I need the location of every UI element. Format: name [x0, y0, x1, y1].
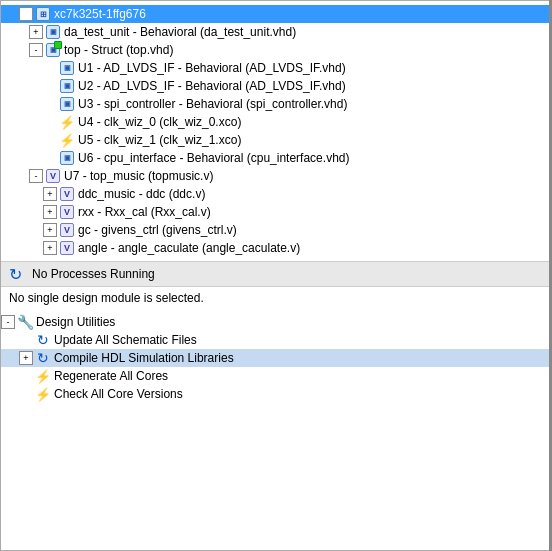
u1-label: U1 - AD_LVDS_IF - Behavioral (AD_LVDS_IF… — [78, 61, 346, 75]
u4-label: U4 - clk_wiz_0 (clk_wiz_0.xco) — [78, 115, 241, 129]
chip-green-icon: ▣ — [45, 42, 61, 58]
tree-item-root[interactable]: - ⊞ xc7k325t-1ffg676 — [1, 5, 551, 23]
v-icon-u7: V — [45, 168, 61, 184]
tree-item-gc[interactable]: + V gc - givens_ctrl (givens_ctrl.v) — [1, 221, 551, 239]
v-icon-rxx: V — [59, 204, 75, 220]
tree-item-da-test-unit[interactable]: + ▣ da_test_unit - Behavioral (da_test_u… — [1, 23, 551, 41]
tree-item-rxx[interactable]: + V rxx - Rxx_cal (Rxx_cal.v) — [1, 203, 551, 221]
tree-item-u1[interactable]: ▣ U1 - AD_LVDS_IF - Behavioral (AD_LVDS_… — [1, 59, 551, 77]
compile-hdl-label: Compile HDL Simulation Libraries — [54, 351, 234, 365]
main-panel: - ⊞ xc7k325t-1ffg676 + ▣ da_test_unit - … — [0, 0, 552, 551]
regenerate-cores-label: Regenerate All Cores — [54, 369, 168, 383]
star-icon-check: ⚡ — [35, 386, 51, 402]
expand-angle[interactable]: + — [43, 241, 57, 255]
chip-icon-u3: ▣ — [59, 96, 75, 112]
status-section: ↻ No Processes Running — [1, 261, 551, 287]
rxx-label: rxx - Rxx_cal (Rxx_cal.v) — [78, 205, 211, 219]
tree-item-top[interactable]: - ▣ top - Struct (top.vhd) — [1, 41, 551, 59]
v-icon-gc: V — [59, 222, 75, 238]
tree-item-u4[interactable]: ⚡ U4 - clk_wiz_0 (clk_wiz_0.xco) — [1, 113, 551, 131]
u2-label: U2 - AD_LVDS_IF - Behavioral (AD_LVDS_IF… — [78, 79, 346, 93]
tree-item-regenerate-cores[interactable]: ⚡ Regenerate All Cores — [1, 367, 551, 385]
v-icon-angle: V — [59, 240, 75, 256]
expand-root[interactable]: - — [19, 7, 33, 21]
refresh-icon-compile: ↻ — [35, 350, 51, 366]
star-icon-u4: ⚡ — [59, 114, 75, 130]
tree-item-u7[interactable]: - V U7 - top_music (topmusic.v) — [1, 167, 551, 185]
tree-section: - ⊞ xc7k325t-1ffg676 + ▣ da_test_unit - … — [1, 1, 551, 261]
update-schematic-label: Update All Schematic Files — [54, 333, 197, 347]
tree-item-angle[interactable]: + V angle - angle_caculate (angle_cacula… — [1, 239, 551, 257]
u3-label: U3 - spi_controller - Behavioral (spi_co… — [78, 97, 347, 111]
v-icon-ddc: V — [59, 186, 75, 202]
u5-label: U5 - clk_wiz_1 (clk_wiz_1.xco) — [78, 133, 241, 147]
expand-rxx[interactable]: + — [43, 205, 57, 219]
tree-item-compile-hdl[interactable]: + ↻ Compile HDL Simulation Libraries — [1, 349, 551, 367]
star-icon-u5: ⚡ — [59, 132, 75, 148]
tree-item-design-utilities[interactable]: - 🔧 Design Utilities — [1, 313, 551, 331]
expand-utilities[interactable]: - — [1, 315, 15, 329]
expand-compile-hdl[interactable]: + — [19, 351, 33, 365]
expand-top[interactable]: - — [29, 43, 43, 57]
refresh-icon-update: ↻ — [35, 332, 51, 348]
tree-item-u5[interactable]: ⚡ U5 - clk_wiz_1 (clk_wiz_1.xco) — [1, 131, 551, 149]
star-icon-regen: ⚡ — [35, 368, 51, 384]
tree-item-u6[interactable]: ▣ U6 - cpu_interface - Behavioral (cpu_i… — [1, 149, 551, 167]
expand-ddc[interactable]: + — [43, 187, 57, 201]
expand-gc[interactable]: + — [43, 223, 57, 237]
chip-icon-da: ▣ — [45, 24, 61, 40]
check-cores-label: Check All Core Versions — [54, 387, 183, 401]
angle-label: angle - angle_caculate (angle_caculate.v… — [78, 241, 300, 255]
utilities-section: - 🔧 Design Utilities ↻ Update All Schema… — [1, 309, 551, 407]
chip-icon-u1: ▣ — [59, 60, 75, 76]
tree-item-update-schematic[interactable]: ↻ Update All Schematic Files — [1, 331, 551, 349]
expand-da-test-unit[interactable]: + — [29, 25, 43, 39]
top-label: top - Struct (top.vhd) — [64, 43, 173, 57]
tree-item-u2[interactable]: ▣ U2 - AD_LVDS_IF - Behavioral (AD_LVDS_… — [1, 77, 551, 95]
no-design-text: No single design module is selected. — [1, 287, 551, 309]
gc-label: gc - givens_ctrl (givens_ctrl.v) — [78, 223, 237, 237]
chip-icon-u6: ▣ — [59, 150, 75, 166]
da-test-unit-label: da_test_unit - Behavioral (da_test_unit.… — [64, 25, 296, 39]
expand-u7[interactable]: - — [29, 169, 43, 183]
wrench-icon: 🔧 — [17, 314, 33, 330]
tree-item-ddc-music[interactable]: + V ddc_music - ddc (ddc.v) — [1, 185, 551, 203]
refresh-status-icon: ↻ — [7, 266, 23, 282]
ddc-label: ddc_music - ddc (ddc.v) — [78, 187, 205, 201]
status-text: No Processes Running — [32, 267, 155, 281]
u6-label: U6 - cpu_interface - Behavioral (cpu_int… — [78, 151, 349, 165]
chip-icon-u2: ▣ — [59, 78, 75, 94]
chip-icon: ⊞ — [35, 6, 51, 22]
utilities-label: Design Utilities — [36, 315, 115, 329]
tree-item-check-cores[interactable]: ⚡ Check All Core Versions — [1, 385, 551, 403]
u7-label: U7 - top_music (topmusic.v) — [64, 169, 213, 183]
tree-item-u3[interactable]: ▣ U3 - spi_controller - Behavioral (spi_… — [1, 95, 551, 113]
root-label: xc7k325t-1ffg676 — [54, 7, 146, 21]
